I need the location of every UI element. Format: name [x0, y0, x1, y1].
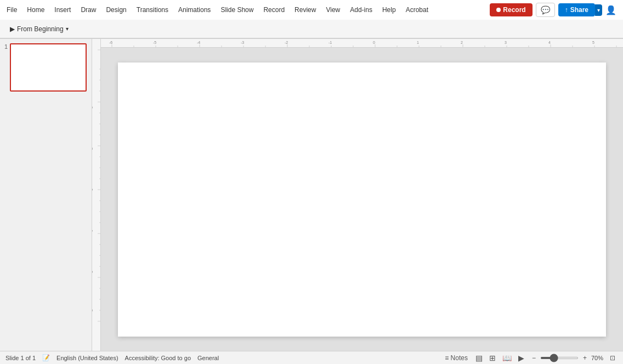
menu-draw[interactable]: Draw — [76, 4, 100, 16]
notes-toggle-icon: 📝 — [42, 354, 50, 361]
svg-rect-0 — [92, 39, 101, 351]
slide-canvas-wrap — [101, 48, 623, 351]
notes-icon: ≡ — [445, 354, 449, 362]
menu-record[interactable]: Record — [259, 4, 289, 16]
vertical-ruler-svg: 3 2 1 0 1 2 — [92, 39, 101, 351]
horizontal-ruler-svg: -6 -5 -4 -3 -2 -1 0 1 2 3 4 5 — [101, 39, 623, 48]
menu-view[interactable]: View — [321, 4, 344, 16]
svg-text:4: 4 — [548, 41, 551, 44]
svg-text:0: 0 — [92, 230, 93, 232]
slide-sorter-button[interactable]: ⊞ — [488, 352, 497, 363]
svg-text:-2: -2 — [285, 41, 288, 44]
svg-rect-32 — [101, 39, 623, 48]
slide-thumbnail[interactable] — [10, 43, 87, 92]
slide-panel: 1 — [0, 39, 92, 351]
menu-slideshow[interactable]: Slide Show — [216, 4, 258, 16]
svg-text:1: 1 — [92, 189, 93, 191]
svg-text:-3: -3 — [241, 41, 244, 44]
accessibility: Accessibility: Good to go — [125, 355, 191, 361]
fit-window-button[interactable]: ⊡ — [608, 354, 618, 362]
work-area: 3 2 1 0 1 2 — [92, 39, 623, 351]
menu-review[interactable]: Review — [290, 4, 320, 16]
zoom-area: − + 70% — [530, 354, 603, 362]
title-actions: Record 💬 ↑ Share ▾ 👤 — [490, 3, 621, 17]
svg-text:-1: -1 — [329, 41, 332, 44]
notes-button[interactable]: ≡ Notes — [443, 354, 470, 362]
svg-text:2: 2 — [92, 147, 93, 150]
slide-info: Slide 1 of 1 — [5, 355, 36, 361]
slide-number: 1 — [4, 43, 8, 50]
svg-text:0: 0 — [373, 41, 375, 44]
zoom-level: 70% — [591, 355, 603, 361]
menu-file[interactable]: File — [2, 4, 21, 16]
main-area: 1 — [0, 39, 623, 351]
share-button[interactable]: ↑ Share — [558, 3, 595, 16]
menu-animations[interactable]: Animations — [174, 4, 215, 16]
menu-addins[interactable]: Add-ins — [346, 4, 377, 16]
reading-view-button[interactable]: 📖 — [501, 352, 513, 363]
vertical-ruler: 3 2 1 0 1 2 — [92, 39, 101, 351]
zoom-slider[interactable] — [540, 357, 579, 359]
layout: General — [197, 355, 219, 361]
menu-insert[interactable]: Insert — [50, 4, 75, 16]
status-right: ≡ Notes ▤ ⊞ 📖 ▶ − + 70% ⊡ — [443, 352, 618, 363]
share-caret-button[interactable]: ▾ — [595, 4, 602, 16]
svg-text:1: 1 — [92, 271, 93, 273]
slideshow-view-button[interactable]: ▶ — [517, 352, 525, 363]
zoom-out-button[interactable]: − — [530, 354, 538, 362]
svg-text:1: 1 — [417, 41, 419, 44]
from-beginning-button[interactable]: ▶ From Beginning ▾ — [4, 23, 74, 35]
comment-icon: 💬 — [541, 5, 550, 14]
profile-button[interactable]: 👤 — [605, 5, 616, 15]
play-icon: ▶ — [10, 25, 15, 33]
svg-text:3: 3 — [505, 41, 507, 44]
horizontal-ruler: -6 -5 -4 -3 -2 -1 0 1 2 3 4 5 — [101, 39, 623, 48]
menu-acrobat[interactable]: Acrobat — [401, 4, 433, 16]
svg-text:-5: -5 — [153, 41, 156, 44]
slideshow-toolbar: ▶ From Beginning ▾ — [0, 20, 623, 38]
menu-help[interactable]: Help — [378, 4, 400, 16]
comment-button[interactable]: 💬 — [536, 3, 555, 17]
svg-text:3: 3 — [92, 106, 93, 109]
svg-text:2: 2 — [92, 309, 93, 311]
svg-text:-6: -6 — [109, 41, 112, 44]
share-icon: ↑ — [565, 6, 568, 14]
svg-text:5: 5 — [592, 41, 594, 44]
menu-home[interactable]: Home — [22, 4, 49, 16]
record-button[interactable]: Record — [490, 3, 532, 16]
canvas-area: -6 -5 -4 -3 -2 -1 0 1 2 3 4 5 — [101, 39, 623, 351]
language: English (United States) — [56, 355, 118, 361]
slide-canvas[interactable] — [118, 62, 606, 337]
menu-design[interactable]: Design — [101, 4, 131, 16]
dropdown-caret-icon: ▾ — [66, 26, 69, 32]
menu-bar: File Home Insert Draw Design Transitions… — [0, 0, 623, 20]
svg-text:2: 2 — [461, 41, 463, 44]
status-left: Slide 1 of 1 📝 English (United States) A… — [5, 354, 219, 361]
zoom-in-button[interactable]: + — [581, 354, 589, 362]
profile-icon: 👤 — [605, 5, 616, 15]
svg-text:-4: -4 — [197, 41, 200, 44]
status-bar: Slide 1 of 1 📝 English (United States) A… — [0, 351, 623, 364]
menu-transitions[interactable]: Transitions — [132, 4, 173, 16]
normal-view-button[interactable]: ▤ — [474, 352, 484, 363]
record-dot-icon — [496, 8, 501, 12]
